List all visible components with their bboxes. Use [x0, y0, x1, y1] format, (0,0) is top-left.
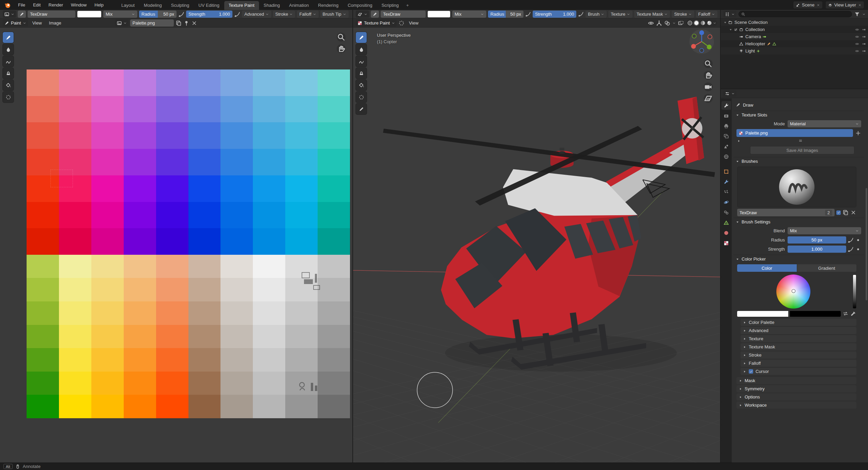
tool-clone[interactable] [3, 68, 14, 79]
viewport-canvas[interactable]: User Perspective (1) Copter [353, 28, 720, 463]
menu-edit[interactable]: Edit [29, 1, 44, 9]
palette-cell[interactable] [188, 301, 221, 325]
properties-tab-material[interactable] [721, 229, 731, 237]
perspective-toggle-icon[interactable] [704, 94, 713, 103]
outliner-search-input[interactable] [747, 12, 849, 17]
workspace-tab-layout[interactable]: Layout [117, 1, 139, 10]
hide-viewport-icon[interactable] [855, 35, 859, 39]
shading-material-icon[interactable] [700, 20, 706, 26]
palette-cell[interactable] [91, 301, 124, 325]
palette-cell[interactable] [27, 255, 59, 278]
radius-pressure-toggle[interactable] [848, 237, 854, 243]
disclosure-icon[interactable] [729, 28, 732, 31]
panel-falloff[interactable]: Falloff [741, 360, 856, 367]
palette-cell[interactable] [253, 122, 285, 149]
palette-cell[interactable] [124, 202, 156, 229]
unlink-view-layer-icon[interactable] [858, 3, 862, 7]
palette-cell[interactable] [27, 325, 59, 348]
gizmos-toggle-icon[interactable] [656, 20, 662, 26]
palette-cell[interactable] [253, 348, 285, 372]
palette-cell[interactable] [318, 122, 350, 149]
menu-help[interactable]: Help [91, 1, 107, 9]
palette-cell[interactable] [27, 69, 59, 96]
outliner-search[interactable] [738, 11, 852, 17]
duplicate-brush-button[interactable] [842, 209, 849, 216]
panel-cursor[interactable]: Cursor [741, 368, 856, 375]
properties-tab-physics[interactable] [721, 198, 731, 206]
palette-cell[interactable] [156, 228, 188, 255]
tool-mask[interactable] [356, 92, 367, 103]
palette-cell[interactable] [124, 301, 156, 325]
interaction-mode-selector[interactable]: Texture Paint [356, 19, 397, 27]
palette-cell[interactable] [27, 228, 59, 255]
strength-slider[interactable]: 1.000 [788, 246, 846, 253]
palette-cell[interactable] [91, 372, 124, 395]
workspace-tab-sculpting[interactable]: Sculpting [167, 1, 194, 10]
duplicate-image-button[interactable] [176, 20, 182, 26]
palette-cell[interactable] [318, 228, 350, 255]
gradient-tab[interactable]: Gradient [797, 264, 857, 272]
palette-cell[interactable] [156, 372, 188, 395]
palette-cell[interactable] [253, 202, 285, 229]
palette-cell[interactable] [156, 69, 188, 96]
properties-tab-particles[interactable] [721, 188, 731, 196]
popover-brush-tip[interactable]: Brush Tip [320, 11, 349, 18]
properties-tab-data[interactable] [721, 218, 731, 227]
image-editor-canvas[interactable] [0, 28, 352, 463]
palette-cell[interactable] [124, 69, 156, 96]
blender-logo[interactable] [4, 1, 12, 9]
outliner-item-collection[interactable]: Collection [721, 26, 868, 33]
tool-soften[interactable] [356, 44, 367, 55]
palette-cell[interactable] [285, 348, 318, 372]
primary-color-swatch[interactable] [737, 311, 788, 317]
view-layer-selector[interactable]: View Layer [826, 1, 864, 9]
palette-cell[interactable] [188, 149, 221, 175]
palette-cell[interactable] [59, 301, 91, 325]
animate-property-icon[interactable] [855, 237, 861, 243]
palette-cell[interactable] [124, 175, 156, 202]
palette-cell[interactable] [91, 69, 124, 96]
panel-texture[interactable]: Texture [741, 335, 856, 342]
palette-cell[interactable] [253, 96, 285, 123]
palette-cell[interactable] [285, 301, 318, 325]
palette-cell[interactable] [59, 325, 91, 348]
palette-cell[interactable] [91, 395, 124, 418]
properties-tab-output[interactable] [721, 122, 731, 130]
secondary-color-swatch[interactable] [790, 311, 841, 317]
brush-preview-box[interactable] [737, 167, 856, 207]
palette-cell[interactable] [91, 202, 124, 229]
palette-cell[interactable] [27, 202, 59, 229]
brush-name-field[interactable]: TexDraw [381, 11, 426, 18]
palette-cell[interactable] [124, 149, 156, 175]
save-all-images-button[interactable]: Save All Images [750, 146, 854, 154]
menu-window[interactable]: Window [67, 1, 90, 9]
palette-cell[interactable] [253, 372, 285, 395]
popover-brush[interactable]: Brush [585, 11, 607, 18]
palette-image[interactable] [27, 69, 350, 418]
palette-cell[interactable] [188, 202, 221, 229]
xray-toggle-icon[interactable] [678, 20, 684, 26]
navigation-gizmo[interactable] [689, 29, 715, 54]
panel-advanced[interactable]: Advanced [741, 327, 856, 334]
palette-cell[interactable] [156, 202, 188, 229]
texture-slot-palette[interactable]: Palette.png [736, 129, 853, 137]
image-name-field[interactable]: Palette.png [130, 19, 174, 27]
zoom-icon[interactable] [337, 33, 346, 42]
properties-tab-world[interactable] [721, 152, 731, 161]
workspace-tab-scripting[interactable]: Scripting [377, 1, 403, 10]
workspace-tab-uv-editing[interactable]: UV Editing [194, 1, 224, 10]
menu-file[interactable]: File [14, 1, 29, 9]
disable-render-icon[interactable] [862, 35, 866, 39]
palette-cell[interactable] [318, 96, 350, 123]
palette-cell[interactable] [59, 122, 91, 149]
unlink-brush-button[interactable] [850, 209, 856, 216]
palette-cell[interactable] [27, 278, 59, 301]
panel-texture-slots[interactable]: Texture Slots [734, 111, 864, 119]
disable-render-icon[interactable] [862, 42, 866, 46]
palette-cell[interactable] [253, 395, 285, 418]
panel-options[interactable]: Options [736, 393, 856, 401]
palette-cell[interactable] [91, 348, 124, 372]
swap-colors-button[interactable] [842, 311, 849, 317]
palette-cell[interactable] [285, 395, 318, 418]
outliner-item-light[interactable]: Light [721, 47, 868, 54]
